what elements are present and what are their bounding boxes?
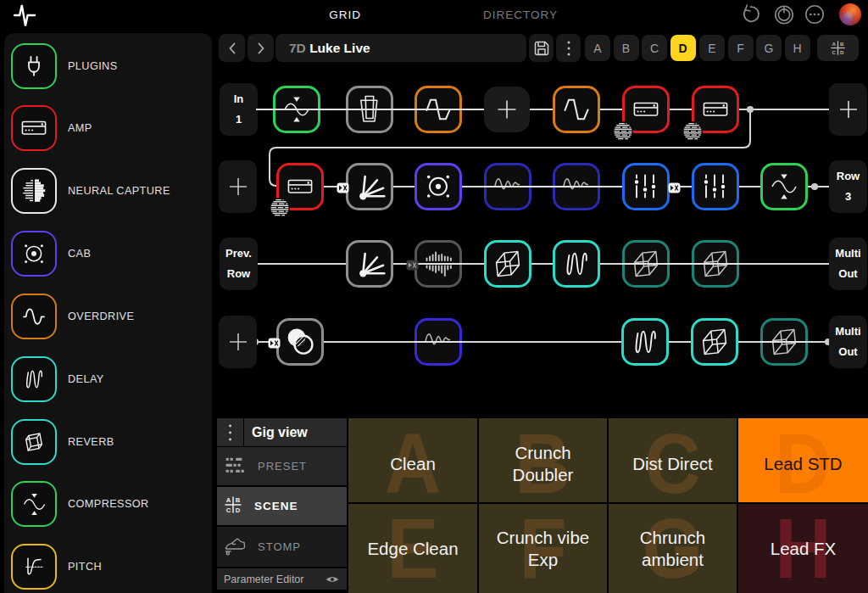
svg-text:B: B (236, 496, 241, 504)
svg-text:C: C (226, 506, 231, 513)
svg-text:A: A (226, 496, 231, 504)
svg-text:D: D (236, 506, 241, 513)
